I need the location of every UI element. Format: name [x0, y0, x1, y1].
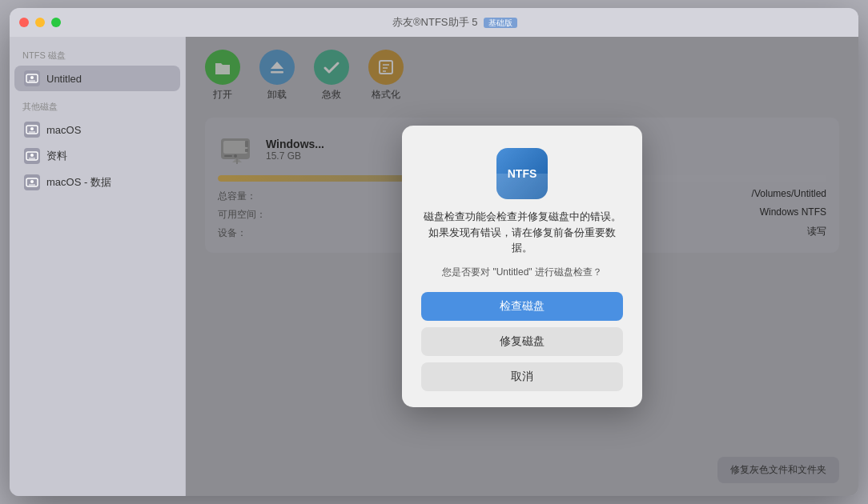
data-drive-icon — [24, 148, 40, 164]
sidebar-item-label-macos: macOS — [46, 124, 81, 136]
maximize-button[interactable] — [51, 18, 61, 27]
app-window: 赤友®NTFS助手 5 基础版 NTFS 磁盘 Untitled 其他磁盘 — [10, 8, 858, 496]
main-content: NTFS 磁盘 Untitled 其他磁盘 — [10, 37, 858, 496]
macos-drive-icon — [24, 122, 40, 138]
svg-point-5 — [30, 127, 34, 130]
close-button[interactable] — [19, 18, 29, 27]
sidebar-item-macos[interactable]: macOS — [14, 117, 180, 142]
svg-point-2 — [30, 76, 34, 79]
repair-disk-button[interactable]: 修复磁盘 — [421, 327, 623, 356]
svg-point-8 — [30, 154, 34, 157]
traffic-lights — [19, 18, 61, 27]
modal-overlay: NTFS 磁盘检查功能会检查并修复磁盘中的错误。如果发现有错误，请在修复前备份重… — [186, 37, 858, 496]
sidebar-item-label-macos-data: macOS - 数据 — [46, 175, 111, 190]
sidebar-item-data[interactable]: 资料 — [14, 143, 180, 169]
sidebar: NTFS 磁盘 Untitled 其他磁盘 — [10, 37, 186, 496]
cancel-button[interactable]: 取消 — [421, 362, 623, 391]
modal-description: 磁盘检查功能会检查并修复磁盘中的错误。如果发现有错误，请在修复前备份重要数据。 — [421, 209, 623, 256]
content-area: 打开 卸载 — [186, 37, 858, 496]
check-disk-button[interactable]: 检查磁盘 — [421, 292, 623, 321]
macos-data-drive-icon — [24, 174, 40, 190]
sidebar-item-label-untitled: Untitled — [46, 73, 82, 85]
title-bar: 赤友®NTFS助手 5 基础版 — [10, 8, 858, 37]
sidebar-item-label-data: 资料 — [46, 149, 67, 163]
sidebar-item-macos-data[interactable]: macOS - 数据 — [14, 170, 180, 195]
ntfs-drive-icon — [24, 70, 40, 86]
modal-question: 您是否要对 "Untitled" 进行磁盘检查？ — [442, 266, 602, 279]
modal-buttons: 检查磁盘 修复磁盘 取消 — [421, 292, 623, 391]
version-badge: 基础版 — [484, 18, 517, 28]
other-section-label: 其他磁盘 — [10, 98, 185, 116]
window-title: 赤友®NTFS助手 5 基础版 — [61, 15, 849, 30]
modal-dialog: NTFS 磁盘检查功能会检查并修复磁盘中的错误。如果发现有错误，请在修复前备份重… — [402, 126, 642, 407]
svg-point-11 — [30, 180, 34, 183]
sidebar-item-untitled[interactable]: Untitled — [14, 66, 180, 91]
minimize-button[interactable] — [35, 18, 45, 27]
ntfs-section-label: NTFS 磁盘 — [10, 46, 185, 65]
modal-app-icon: NTFS — [496, 148, 548, 199]
